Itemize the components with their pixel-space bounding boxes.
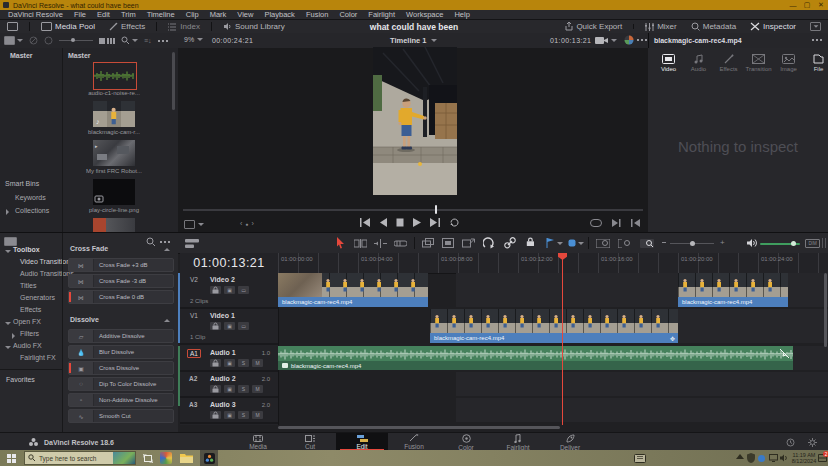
track-lock-icon[interactable] [210,359,221,367]
marker-dropdown-icon[interactable] [578,242,584,245]
collapse-section-icon[interactable] [164,248,170,251]
blade-edit-mode-icon[interactable] [394,239,407,248]
notification-center-icon[interactable]: 2 [818,453,827,463]
destination-a1[interactable]: A1 [187,349,201,358]
menu-view[interactable]: View [237,10,253,19]
play-button[interactable] [413,218,421,227]
track-header-v2[interactable]: V2 Video 2 ▣ ▭ 2 Clips [180,273,278,309]
position-lock-icon[interactable] [525,237,535,248]
retime-controls-icon[interactable] [483,237,494,249]
sort-button[interactable]: ≡↓ [144,37,152,44]
track-enable-icon[interactable]: ▭ [238,322,249,330]
menu-mark[interactable]: Mark [210,10,227,19]
full-extent-zoom-icon[interactable] [596,239,610,248]
track-lock-icon[interactable] [210,322,221,330]
zoom-in-icon[interactable]: + [720,240,725,245]
inspector-toggle[interactable]: Inspector [743,22,803,31]
tab-audio[interactable]: Audio [684,54,713,72]
track-lock-icon[interactable] [210,286,221,294]
media-clip-png[interactable] [93,179,135,205]
fx-item-dip-to-color[interactable]: ◌Dip To Color Dissolve [68,377,174,391]
thumbnail-size-slider[interactable] [59,40,93,41]
toolbar-grip[interactable] [822,238,826,248]
taskbar-clock[interactable]: 11:19 AM 8/12/2024 [789,452,819,465]
loop-button[interactable] [449,218,459,227]
camera-selector[interactable] [595,36,617,45]
effects-toggle[interactable]: Effects [102,20,152,33]
timeline-timecode[interactable]: 01:00:13:21 [193,256,265,270]
flag-dropdown-icon[interactable] [557,242,563,245]
timeline-clip-v1[interactable]: blackmagic-cam-rec4.mp4 ✥ [430,309,678,343]
fx-item-smooth-cut[interactable]: ∿Smooth Cut [68,409,174,423]
first-frame-button[interactable] [360,218,370,227]
project-backup-icon[interactable] [786,438,795,447]
flag-icon[interactable] [546,238,555,248]
auto-select-icon[interactable]: ▣ [224,322,235,330]
media-clip-audio[interactable] [93,62,137,90]
timeline-view-options-icon[interactable] [185,239,199,248]
timeline-selector[interactable]: Timeline 1 [390,36,437,45]
search-highlight-image[interactable] [113,452,135,464]
fx-item-blur-dissolve[interactable]: 💧Blur Dissolve [68,345,174,359]
media-clip-video[interactable]: ♪ [93,101,135,127]
gang-control[interactable]: ‹●› [240,220,254,227]
fade-handle-icon[interactable] [779,348,791,360]
fx-tree-effects[interactable]: Effects [20,306,41,313]
overwrite-clip-icon[interactable] [442,238,454,248]
settings-gear-icon[interactable] [808,438,817,447]
page-tab-edit[interactable]: Edit [336,433,388,451]
fx-tree-titles[interactable]: Titles [20,282,36,289]
view-mode-icons[interactable] [99,37,115,45]
fx-item-crossfade-0[interactable]: ⋈Cross Fade 0 dB [68,290,174,304]
dual-monitor-toggle[interactable] [0,20,25,33]
timeline-clip-v2-2[interactable]: blackmagic-cam-rec4.mp4 [678,273,788,307]
page-tab-color[interactable]: Color [440,433,492,451]
timeline-ruler[interactable]: 01:00:00:00 01:00:04:00 01:00:08:00 01:0… [278,253,828,274]
file-explorer-icon[interactable] [180,453,193,463]
metadata-toggle[interactable]: Metadata [684,22,743,31]
track-enable-icon[interactable]: ▭ [238,286,249,294]
menu-timeline[interactable]: Timeline [147,10,175,19]
taskbar-search-box[interactable]: Type here to search [24,451,136,465]
track-header-a3[interactable]: A3 Audio 3 2.0 ▣ S M [180,398,278,424]
solo-button[interactable]: S [238,385,249,393]
panel-collapse-button[interactable] [803,22,828,31]
task-view-icon[interactable] [143,454,153,463]
effects-options-icon[interactable] [160,241,170,243]
insert-clip-icon[interactable] [422,238,434,248]
page-tab-cut[interactable]: Cut [284,433,336,451]
timeline-playhead[interactable] [562,253,563,425]
menu-file[interactable]: File [74,10,86,19]
tab-transition[interactable]: Transition [744,54,773,72]
media-clip-partial[interactable] [93,218,135,232]
page-tab-deliver[interactable]: Deliver [544,433,596,451]
tray-volume-icon[interactable] [780,454,788,462]
trim-edit-mode-icon[interactable] [354,239,367,248]
link-clips-icon[interactable] [504,237,516,249]
effects-search-icon[interactable] [146,237,156,247]
viewer-options-icon[interactable] [637,39,647,41]
page-tab-media[interactable]: Media [232,433,284,451]
taskbar-app-icon[interactable] [160,452,172,464]
detail-zoom-icon[interactable] [618,239,632,248]
media-scrollbar[interactable] [172,52,175,110]
fx-tree-generators[interactable]: Generators [20,294,55,301]
append-to-timeline-button[interactable] [631,219,640,227]
media-pool-toggle[interactable]: Media Pool [34,20,102,33]
match-frame-button[interactable] [590,219,602,227]
fx-item-crossfade-minus3[interactable]: ⋈Cross Fade -3 dB [68,274,174,288]
fx-tree-toolbox[interactable]: Toolbox [13,246,40,253]
resolve-taskbar-icon[interactable] [200,450,218,466]
tab-image[interactable]: Image [774,54,803,72]
selection-mode-icon[interactable] [336,237,345,249]
media-clip-robot[interactable]: ▸ [93,140,135,166]
fx-item-crossfade-plus3[interactable]: ⋈Cross Fade +3 dB [68,258,174,272]
timeline-hscrollbar[interactable] [278,426,560,429]
track-lock-icon[interactable] [210,385,221,393]
smart-bins-label[interactable]: Smart Bins [5,180,39,187]
fx-tree-openfx[interactable]: Open FX [13,318,41,325]
track-lane-a3[interactable] [456,398,828,422]
smart-bin-collections[interactable]: Collections [15,207,49,214]
custom-zoom-icon[interactable] [640,239,654,248]
fx-tree-favorites[interactable]: Favorites [6,376,35,383]
